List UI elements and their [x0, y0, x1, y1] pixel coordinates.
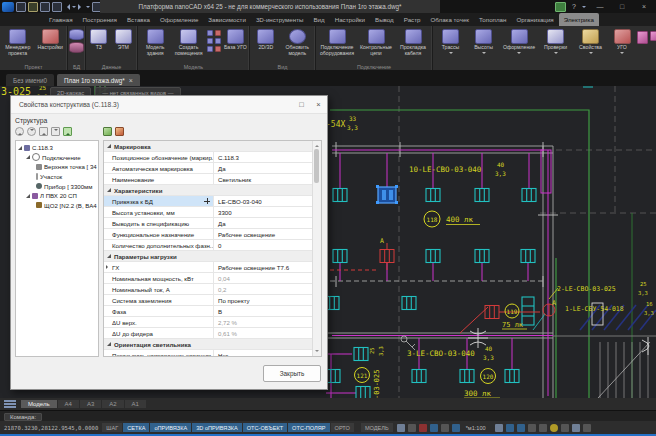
property-row[interactable]: Автоматическая маркировкаДа — [104, 163, 321, 174]
screen-area-icon[interactable] — [517, 424, 525, 432]
tree-item[interactable]: ЩО2 [N2.2 (В, ВА4 — [18, 201, 98, 211]
dialog-close-action-button[interactable]: Закрыть — [263, 365, 321, 382]
toggle-model-space[interactable]: МОДЕЛЬ — [361, 423, 393, 432]
redo-icon[interactable] — [78, 4, 84, 10]
property-row[interactable]: ГХ Рабочее освещение Т7.6... — [104, 262, 321, 273]
open-file-icon[interactable] — [28, 2, 38, 12]
move-up-icon[interactable] — [39, 127, 48, 136]
categorized-view-icon[interactable] — [103, 127, 112, 136]
help-dropdown-icon[interactable] — [582, 6, 586, 10]
cable-routing-button[interactable]: Прокладка кабеля — [395, 28, 431, 57]
proverki-button[interactable]: Проверки — [538, 28, 573, 57]
tab-glavnaya[interactable]: Главная — [44, 13, 78, 26]
tab-nastroyki[interactable]: Настройки — [330, 13, 370, 26]
settings-button[interactable]: Настройки — [34, 28, 66, 52]
svoystva-button[interactable]: Свойства — [573, 28, 608, 57]
doc-tab-unnamed[interactable]: Без имени0 — [6, 74, 54, 86]
tab-oblaka-tochek[interactable]: Облака точек — [425, 13, 474, 26]
database-icon[interactable] — [69, 29, 84, 40]
save-icon[interactable] — [40, 2, 50, 12]
property-row[interactable]: Высота установки, мм3300 — [104, 207, 321, 218]
property-row-selected[interactable]: Привязка к БД LE-CBO-03-040 — [104, 196, 321, 207]
tab-vstavka[interactable]: Вставка — [122, 13, 155, 26]
toggle-snap[interactable]: ШАГ — [102, 423, 122, 432]
property-group[interactable]: Параметры нагрузки — [104, 251, 321, 262]
move-view-icon[interactable] — [539, 424, 547, 432]
connect-equipment-button[interactable]: Подключение оборудования — [317, 28, 357, 57]
property-row[interactable]: Функциональное назначениеРабочее освещен… — [104, 229, 321, 240]
annotation-scale[interactable]: *м1:100 — [466, 425, 486, 431]
tree-item[interactable]: Верхняя точка [ 34 — [18, 162, 98, 172]
layout-tab-a1[interactable]: А1 — [125, 400, 146, 408]
tab-vid[interactable]: Вид — [308, 13, 329, 26]
alphabetical-view-icon[interactable] — [115, 127, 124, 136]
maximize-button[interactable]: □ — [614, 3, 630, 10]
toggle-osnap[interactable]: оПРИВЯЗКА — [150, 423, 191, 432]
database-update-icon[interactable] — [69, 42, 84, 53]
layout-tab-a2[interactable]: А2 — [102, 400, 123, 408]
property-row[interactable]: Номинальная мощность, кВт0,04 — [104, 273, 321, 284]
tab-postroeniya[interactable]: Построения — [78, 13, 122, 26]
property-row[interactable]: Позиционное обозначение (маркир...С.118.… — [104, 152, 321, 163]
ucs-icon[interactable] — [452, 424, 460, 432]
lightbulb-icon[interactable] — [408, 424, 416, 432]
property-group[interactable]: Маркировка — [104, 141, 321, 152]
tz-button[interactable]: ТЗ — [87, 28, 111, 52]
property-row[interactable]: Выводить в спецификациюДа — [104, 218, 321, 229]
property-group[interactable]: Ориентация светильника — [104, 339, 321, 350]
pick-reference-icon[interactable] — [204, 198, 210, 204]
level-tool-icon[interactable] — [215, 38, 221, 44]
ugo-button[interactable]: УГО — [608, 28, 636, 57]
oformlenie-button[interactable]: Оформление — [500, 28, 538, 57]
close-button[interactable]: × — [636, 3, 652, 10]
toggle-ortho[interactable]: ОРТО — [331, 423, 354, 432]
control-circuits-button[interactable]: Контрольные цепи — [357, 28, 395, 57]
create-rooms-button[interactable]: Создать помещения — [171, 28, 205, 57]
property-row[interactable]: Система заземленияПо проекту — [104, 295, 321, 306]
full-circle-view-icon[interactable] — [550, 424, 558, 432]
marker-tool-icon[interactable] — [215, 30, 221, 36]
layout-tab-a3[interactable]: А3 — [80, 400, 101, 408]
tab-elektrika[interactable]: Электрика — [559, 13, 599, 26]
dialog-maximize-button[interactable]: □ — [293, 100, 310, 109]
collapse-all-icon[interactable] — [27, 127, 36, 136]
toggle-polar[interactable]: ОТС-ПОЛЯР — [288, 423, 329, 432]
riser-tool-icon[interactable] — [215, 46, 221, 52]
property-row[interactable]: ΔU до фидера0,61 % — [104, 328, 321, 339]
property-row[interactable]: Количество дополнительных фазн...0 — [104, 240, 321, 251]
dialog-title-bar[interactable]: Свойства конструктива (С.118.3) □ × — [11, 96, 327, 114]
tab-topoplan[interactable]: Топоплан — [474, 13, 511, 26]
fullscreen-icon[interactable] — [583, 424, 591, 432]
tab-vyvod[interactable]: Вывод — [370, 13, 399, 26]
move-down-icon[interactable] — [51, 127, 60, 136]
sheets-icon[interactable] — [561, 424, 569, 432]
help-button[interactable]: ? — [572, 3, 576, 10]
pick-on-drawing-icon[interactable] — [63, 127, 72, 136]
tab-3d-instrumenty[interactable]: 3D-инструменты — [251, 13, 309, 26]
refresh-model-button[interactable]: Обновить модель — [281, 28, 314, 57]
toggle-otrack[interactable]: ОТС-ОБЪЕКТ — [243, 423, 287, 432]
toggle-grid[interactable]: СЕТКА — [123, 423, 149, 432]
nanocad-logo-icon[interactable] — [2, 2, 14, 12]
selection-cursor-icon[interactable] — [397, 424, 405, 432]
tree-item[interactable]: С.118.3 — [18, 143, 98, 153]
tree-item[interactable]: Прибор [ 3300мм — [18, 181, 98, 191]
corner-tool-icon[interactable] — [207, 30, 213, 36]
property-scrollbar[interactable] — [312, 141, 321, 356]
zoom-icon[interactable] — [506, 424, 514, 432]
scrollbar-thumb[interactable] — [314, 149, 319, 183]
zoom-window-icon[interactable] — [528, 424, 536, 432]
etm-button[interactable]: ЭТМ — [111, 28, 136, 52]
structure-tree[interactable]: С.118.3 Подключение Верхняя точка [ 34 У… — [15, 140, 99, 357]
tab-close-icon[interactable]: × — [129, 77, 133, 84]
2d3d-button[interactable]: 2D/3D — [251, 28, 281, 52]
tab-organizatsiya[interactable]: Организация — [511, 13, 558, 26]
undo-dropdown-icon[interactable] — [72, 6, 76, 10]
toggle-3d-osnap[interactable]: 3D оПРИВЯЗКА — [192, 423, 242, 432]
command-prompt[interactable]: Команда: — [4, 413, 42, 421]
tree-item[interactable]: Подключение — [18, 153, 98, 163]
minimize-button[interactable]: — — [592, 3, 608, 10]
undo-icon[interactable] — [64, 4, 70, 10]
property-row[interactable]: НаименованиеСветильник — [104, 174, 321, 185]
expand-all-icon[interactable] — [15, 127, 24, 136]
